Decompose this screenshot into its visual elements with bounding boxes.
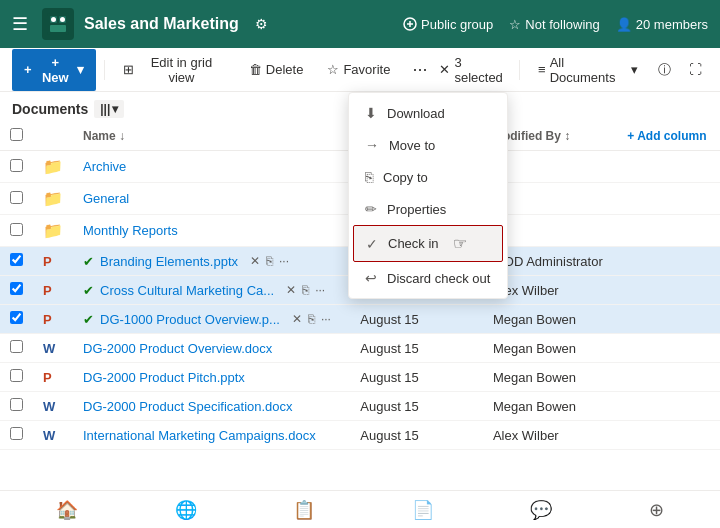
delete-button[interactable]: 🗑 Delete <box>239 56 314 83</box>
copy-icon: ⎘ <box>365 169 373 185</box>
file-name-label[interactable]: Archive <box>83 159 126 174</box>
file-name-cell: DG-2000 Product Specification.docx <box>73 392 350 421</box>
table-row[interactable]: WDG-2000 Product Specification.docxAugus… <box>0 392 720 421</box>
file-type-icon-cell: 📁 <box>33 151 73 183</box>
add-column-cell <box>617 215 720 247</box>
folder-icon: 📁 <box>43 222 63 239</box>
menu-item-check-in[interactable]: ✓ Check in ☞ <box>353 225 503 262</box>
discard-icon: ↩ <box>365 270 377 286</box>
file-type-icon-cell: 📁 <box>33 183 73 215</box>
file-name-cell: ✔Branding Elements.pptx✕⎘··· <box>73 247 350 276</box>
web-nav-icon[interactable]: 🌐 <box>175 499 197 521</box>
file-name-label[interactable]: DG-2000 Product Specification.docx <box>83 399 293 414</box>
table-row[interactable]: WDG-2000 Product Overview.docxAugust 15M… <box>0 334 720 363</box>
feed-nav-icon[interactable]: 📄 <box>412 499 434 521</box>
add-column-header[interactable]: + Add column <box>617 122 720 151</box>
menu-item-discard-checkout[interactable]: ↩ Discard check out <box>349 262 507 294</box>
info-button[interactable]: ⓘ <box>652 57 677 83</box>
checked-out-icon: ✔ <box>83 254 94 269</box>
new-chevron-icon: ▾ <box>77 62 84 77</box>
add-column-cell <box>617 421 720 450</box>
table-row[interactable]: P✔DG-1000 Product Overview.p...✕⎘···Augu… <box>0 305 720 334</box>
table-row[interactable]: PDG-2000 Product Pitch.pptxAugust 15Mega… <box>0 363 720 392</box>
file-name-label[interactable]: General <box>83 191 129 206</box>
modified-date-cell: August 15 <box>350 392 463 421</box>
selected-badge: ✕ 3 selected <box>439 55 509 85</box>
separator-1 <box>104 60 105 80</box>
home-nav-icon[interactable]: 🏠 <box>56 499 78 521</box>
file-name-label[interactable]: Cross Cultural Marketing Ca... <box>100 283 274 298</box>
expand-button[interactable]: ⛶ <box>683 58 708 81</box>
add-column-cell <box>617 392 720 421</box>
name-header[interactable]: Name ↓ <box>73 122 350 151</box>
settings-icon[interactable]: ⚙ <box>255 16 268 32</box>
add-column-cell <box>617 276 720 305</box>
hamburger-menu-icon[interactable]: ☰ <box>12 13 28 35</box>
file-name-label[interactable]: DG-2000 Product Overview.docx <box>83 341 272 356</box>
file-name-cell: Monthly Reports <box>73 215 350 247</box>
row-action-more-icon[interactable]: ··· <box>279 254 289 268</box>
menu-item-properties[interactable]: ✏ Properties <box>349 193 507 225</box>
row-checkbox[interactable] <box>10 340 23 353</box>
select-all-checkbox[interactable] <box>10 128 23 141</box>
menu-item-copy-to[interactable]: ⎘ Copy to <box>349 161 507 193</box>
favorite-button[interactable]: ☆ Favorite <box>317 56 400 83</box>
row-checkbox[interactable] <box>10 369 23 382</box>
modified-by-cell: Megan Bowen <box>483 363 617 392</box>
following-label[interactable]: ☆ Not following <box>509 17 599 32</box>
folder-icon: 📁 <box>43 190 63 207</box>
row-checkbox[interactable] <box>10 398 23 411</box>
edit-grid-button[interactable]: ⊞ Edit in grid view <box>113 49 235 91</box>
row-checkbox[interactable] <box>10 311 23 324</box>
file-name-label[interactable]: DG-2000 Product Pitch.pptx <box>83 370 245 385</box>
file-name-cell: DG-2000 Product Overview.docx <box>73 334 350 363</box>
row-action-share-icon[interactable]: ⎘ <box>266 254 273 268</box>
row-checkbox[interactable] <box>10 427 23 440</box>
file-name-label[interactable]: International Marketing Campaigns.docx <box>83 428 316 443</box>
command-bar: + + New ▾ ⊞ Edit in grid view 🗑 Delete ☆… <box>0 48 720 92</box>
pptx-icon: P <box>43 254 52 269</box>
row-action-edit-icon[interactable]: ✕ <box>286 283 296 297</box>
row-checkbox[interactable] <box>10 282 23 295</box>
row-checkbox[interactable] <box>10 253 23 266</box>
new-plus-icon: + <box>24 62 32 77</box>
file-type-icon-cell: 📁 <box>33 215 73 247</box>
docx-icon: W <box>43 399 55 414</box>
download-icon: ⬇ <box>365 105 377 121</box>
table-row[interactable]: WInternational Marketing Campaigns.docxA… <box>0 421 720 450</box>
row-checkbox[interactable] <box>10 191 23 204</box>
row-action-edit-icon[interactable]: ✕ <box>250 254 260 268</box>
modified-by-cell: Alex Wilber <box>483 421 617 450</box>
row-action-edit-icon[interactable]: ✕ <box>292 312 302 326</box>
view-chevron-icon: ▾ <box>112 102 118 116</box>
file-name-label[interactable]: Monthly Reports <box>83 223 178 238</box>
modified-date-cell: August 15 <box>350 334 463 363</box>
files-nav-icon[interactable]: 📋 <box>293 499 315 521</box>
row-action-more-icon[interactable]: ··· <box>315 283 325 297</box>
close-selected-icon[interactable]: ✕ <box>439 62 450 77</box>
file-name-cell: ✔DG-1000 Product Overview.p...✕⎘··· <box>73 305 350 334</box>
file-type-icon-cell: P <box>33 276 73 305</box>
add-column-cell <box>617 305 720 334</box>
file-name-label[interactable]: DG-1000 Product Overview.p... <box>100 312 280 327</box>
file-name-cell: Archive <box>73 151 350 183</box>
view-toggle-button[interactable]: ||| ▾ <box>94 100 124 118</box>
row-action-share-icon[interactable]: ⎘ <box>308 312 315 326</box>
file-type-icon-cell: P <box>33 363 73 392</box>
menu-item-move-to[interactable]: → Move to <box>349 129 507 161</box>
row-action-share-icon[interactable]: ⎘ <box>302 283 309 297</box>
more-button[interactable]: ··· <box>404 57 435 82</box>
all-docs-chevron-icon: ▾ <box>631 62 638 77</box>
chat-nav-icon[interactable]: 💬 <box>530 499 552 521</box>
row-checkbox[interactable] <box>10 159 23 172</box>
pptx-icon: P <box>43 283 52 298</box>
file-name-cell: International Marketing Campaigns.docx <box>73 421 350 450</box>
add-nav-icon[interactable]: ⊕ <box>649 499 664 521</box>
all-documents-button[interactable]: ≡ All Documents ▾ <box>530 51 646 89</box>
row-checkbox[interactable] <box>10 223 23 236</box>
members-label[interactable]: 👤 20 members <box>616 17 708 32</box>
file-name-label[interactable]: Branding Elements.pptx <box>100 254 238 269</box>
new-button[interactable]: + + New ▾ <box>12 49 96 91</box>
row-action-more-icon[interactable]: ··· <box>321 312 331 326</box>
menu-item-download[interactable]: ⬇ Download <box>349 97 507 129</box>
